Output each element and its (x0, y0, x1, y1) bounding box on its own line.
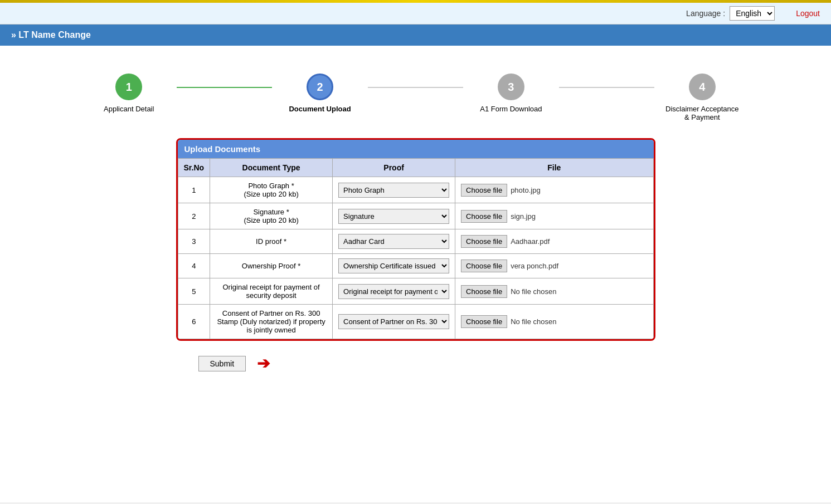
table-row: 1Photo Graph * (Size upto 20 kb)Photo Gr… (178, 177, 653, 203)
documents-table: Sr.No Document Type Proof File 1Photo Gr… (178, 158, 654, 339)
submit-button[interactable]: Submit (198, 356, 246, 371)
row-3-file-cell: Choose fileAadhaar.pdf (455, 229, 653, 254)
step-4-label: Disclaimer Acceptance & Payment (663, 105, 741, 121)
language-label: Language : (686, 9, 725, 18)
row-4-proof-select[interactable]: Ownership Certificate issued (338, 258, 449, 273)
row-4-file-cell: Choose filevera ponch.pdf (455, 254, 653, 278)
row-1-doctype: Photo Graph * (Size upto 20 kb) (210, 177, 333, 203)
step-3-circle: 3 (498, 74, 524, 100)
row-1-filename: photo.jpg (511, 186, 541, 194)
row-3-filename: Aadhaar.pdf (511, 237, 550, 246)
row-4-doctype: Ownership Proof * (210, 254, 333, 278)
row-3-doctype: ID proof * (210, 229, 333, 254)
row-2-doctype: Signature * (Size upto 20 kb) (210, 203, 333, 229)
row-6-filename: No file chosen (511, 317, 556, 326)
row-3-proof-select[interactable]: Aadhar CardPAN CardPassport (338, 234, 449, 249)
step-4-wrapper: 4 Disclaimer Acceptance & Payment (654, 74, 750, 121)
connector-2-3 (368, 87, 463, 88)
stepper: 1 Applicant Detail 2 Document Upload 3 A… (81, 74, 750, 121)
step-4-circle: 4 (689, 74, 716, 100)
row-5-proof-cell: Original receipt for payment of security… (333, 278, 455, 305)
row-3-choose-file-button[interactable]: Choose file (461, 235, 507, 248)
row-5-doctype: Original receipt for payment of security… (210, 278, 333, 305)
row-5-choose-file-button[interactable]: Choose file (461, 285, 507, 298)
row-4-srno: 4 (178, 254, 210, 278)
arrow-indicator: ➔ (257, 354, 270, 373)
table-row: 4Ownership Proof *Ownership Certificate … (178, 254, 653, 278)
connector-3-4 (559, 87, 654, 88)
row-6-srno: 6 (178, 305, 210, 339)
row-5-file-cell: Choose fileNo file chosen (455, 278, 653, 305)
row-1-proof-cell: Photo Graph (333, 177, 455, 203)
upload-section: Upload Documents Sr.No Document Type Pro… (176, 138, 655, 341)
row-1-srno: 1 (178, 177, 210, 203)
row-1-proof-select[interactable]: Photo Graph (338, 183, 449, 198)
row-2-filename: sign.jpg (511, 212, 536, 221)
row-3-srno: 3 (178, 229, 210, 254)
step-1-wrapper: 1 Applicant Detail (81, 74, 177, 113)
step-3-wrapper: 3 A1 Form Download (463, 74, 558, 113)
table-row: 6Consent of Partner on Rs. 300 Stamp (Du… (178, 305, 653, 339)
row-2-srno: 2 (178, 203, 210, 229)
row-6-proof-select[interactable]: Consent of Partner on Rs. 300 Stamp (Dul… (338, 314, 449, 329)
table-row: 3ID proof *Aadhar CardPAN CardPassportCh… (178, 229, 653, 254)
col-doctype: Document Type (210, 159, 333, 177)
row-4-proof-cell: Ownership Certificate issued (333, 254, 455, 278)
row-6-proof-cell: Consent of Partner on Rs. 300 Stamp (Dul… (333, 305, 455, 339)
row-4-filename: vera ponch.pdf (511, 262, 558, 270)
connector-1-2 (177, 87, 272, 88)
row-5-srno: 5 (178, 278, 210, 305)
col-proof: Proof (333, 159, 455, 177)
row-2-choose-file-button[interactable]: Choose file (461, 210, 507, 223)
row-2-file-cell: Choose filesign.jpg (455, 203, 653, 229)
row-2-proof-select[interactable]: Signature (338, 209, 449, 224)
row-2-proof-cell: Signature (333, 203, 455, 229)
row-5-filename: No file chosen (511, 287, 556, 296)
col-srno: Sr.No (178, 159, 210, 177)
step-2-circle: 2 (307, 74, 333, 100)
step-1-label: Applicant Detail (104, 105, 154, 113)
row-5-proof-select[interactable]: Original receipt for payment of security… (338, 284, 449, 299)
submit-row: Submit ➔ (176, 354, 655, 373)
step-2-label: Document Upload (289, 105, 351, 113)
language-select[interactable]: English Hindi Marathi (730, 6, 775, 21)
step-2-wrapper: 2 Document Upload (272, 74, 367, 113)
step-1-circle: 1 (115, 74, 142, 100)
row-3-proof-cell: Aadhar CardPAN CardPassport (333, 229, 455, 254)
row-6-choose-file-button[interactable]: Choose file (461, 315, 507, 328)
main-content: 1 Applicant Detail 2 Document Upload 3 A… (0, 46, 831, 502)
row-6-file-cell: Choose fileNo file chosen (455, 305, 653, 339)
row-6-doctype: Consent of Partner on Rs. 300 Stamp (Dul… (210, 305, 333, 339)
logout-link[interactable]: Logout (796, 9, 820, 18)
top-bar: Language : English Hindi Marathi Logout (0, 3, 831, 25)
row-4-choose-file-button[interactable]: Choose file (461, 260, 507, 272)
page-header-banner: » LT Name Change (0, 25, 831, 46)
upload-header: Upload Documents (178, 140, 654, 158)
table-row: 5Original receipt for payment of securit… (178, 278, 653, 305)
page-title: » LT Name Change (11, 30, 91, 40)
row-1-file-cell: Choose filephoto.jpg (455, 177, 653, 203)
table-row: 2Signature * (Size upto 20 kb)SignatureC… (178, 203, 653, 229)
step-3-label: A1 Form Download (480, 105, 542, 113)
col-file: File (455, 159, 653, 177)
row-1-choose-file-button[interactable]: Choose file (461, 184, 507, 197)
